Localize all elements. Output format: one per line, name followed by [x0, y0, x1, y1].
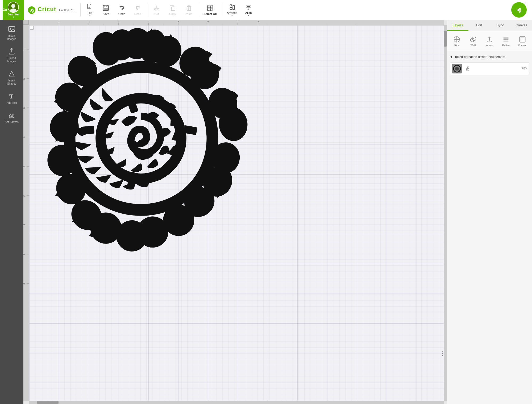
- user-profile-button[interactable]: Jennifer ▼: [3, 0, 24, 20]
- save-button[interactable]: Save: [98, 1, 114, 19]
- svg-text:2: 2: [23, 77, 25, 80]
- paste-label: Paste: [185, 12, 192, 15]
- ruler-top: 1 2 3 4 5 6 7 8: [29, 20, 444, 25]
- tab-canvas[interactable]: Canvas: [511, 20, 532, 31]
- svg-rect-139: [504, 38, 509, 39]
- svg-marker-37: [9, 71, 14, 76]
- arrange-button[interactable]: Arrange ▼: [224, 1, 240, 19]
- sidebar-item-add-text[interactable]: T Add Text: [1, 89, 22, 107]
- select-all-button[interactable]: Select All: [200, 1, 221, 19]
- panel-tabs: Layers Edit Sync Canvas: [447, 20, 532, 31]
- tab-layers[interactable]: Layers: [447, 20, 468, 31]
- cut-button[interactable]: Cut: [149, 1, 165, 19]
- tab-sync[interactable]: Sync: [490, 20, 511, 31]
- redo-button[interactable]: Redo: [130, 1, 146, 19]
- svg-rect-111: [81, 126, 94, 134]
- tool-flatten[interactable]: Flatten: [498, 34, 514, 48]
- file-button[interactable]: File ▼: [82, 1, 98, 19]
- sidebar-item-insert-images[interactable]: InsertImages: [1, 22, 22, 43]
- layer-item[interactable]: [450, 62, 529, 75]
- tool-slice[interactable]: Slice: [449, 34, 464, 48]
- user-dropdown-arrow: ▼: [12, 16, 14, 18]
- undo-icon: [118, 4, 126, 12]
- divider-3: [198, 3, 198, 17]
- svg-rect-34: [9, 27, 15, 32]
- svg-text:9: 9: [23, 282, 25, 285]
- svg-rect-5: [89, 6, 91, 6]
- svg-text:T: T: [9, 93, 14, 100]
- layer-group-header: ▼ rolled-carnation-flower-jenuinemom: [450, 54, 529, 60]
- svg-text:7: 7: [237, 20, 239, 23]
- file-icon: [86, 3, 94, 11]
- menu-dot-3: [442, 355, 443, 356]
- svg-rect-11: [104, 8, 108, 10]
- menu-dot-1: [442, 351, 443, 352]
- weld-icon: [469, 35, 477, 43]
- svg-point-35: [10, 28, 11, 29]
- svg-rect-22: [207, 5, 210, 8]
- sidebar-item-set-canvas[interactable]: Set Canvas: [1, 108, 22, 126]
- copy-label: Copy: [169, 12, 176, 15]
- canvas-area[interactable]: 1 2 3 4 5 6 7 8: [23, 20, 447, 404]
- cricut-brand: Cricut: [38, 6, 56, 13]
- svg-text:4: 4: [148, 20, 149, 23]
- insert-shapes-icon: [7, 69, 16, 78]
- svg-rect-32: [248, 9, 250, 9]
- svg-rect-6: [89, 6, 91, 7]
- arrange-label: Arrange: [227, 11, 237, 14]
- horizontal-scrollbar[interactable]: [29, 401, 444, 404]
- paste-button[interactable]: Paste: [181, 1, 197, 19]
- select-all-label: Select All: [203, 12, 217, 15]
- insert-images-label: InsertImages: [7, 34, 16, 41]
- save-icon: [102, 4, 110, 12]
- avatar: [8, 2, 19, 13]
- svg-rect-25: [210, 8, 213, 11]
- svg-text:1: 1: [59, 20, 60, 23]
- align-icon: [245, 3, 252, 11]
- go-label: Go: [517, 8, 521, 12]
- svg-text:3: 3: [118, 20, 119, 23]
- layers-content: ▼ rolled-carnation-flower-jenuinemom: [447, 51, 532, 404]
- svg-point-148: [524, 68, 525, 69]
- svg-rect-141: [504, 41, 509, 42]
- layer-accessibility-icon: [464, 65, 471, 72]
- svg-rect-30: [247, 6, 250, 7]
- save-label: Save: [102, 12, 109, 15]
- svg-point-1: [11, 4, 15, 8]
- copy-button[interactable]: Copy: [165, 1, 181, 19]
- menu-dot-2: [442, 353, 443, 354]
- layer-group-arrow[interactable]: ▼: [450, 55, 453, 59]
- flower-design[interactable]: [31, 27, 251, 255]
- cut-icon: [153, 4, 160, 12]
- user-name: Jennifer: [8, 13, 19, 16]
- scrollbar-thumb-v[interactable]: [444, 31, 447, 47]
- undo-button[interactable]: Undo: [114, 1, 130, 19]
- svg-text:6: 6: [23, 195, 25, 197]
- scrollbar-thumb-h[interactable]: [37, 401, 59, 404]
- contour-icon: [518, 35, 526, 43]
- layer-visibility-toggle[interactable]: [522, 65, 527, 72]
- tab-edit[interactable]: Edit: [468, 20, 490, 31]
- redo-label: Redo: [134, 12, 141, 15]
- go-button[interactable]: Go: [511, 2, 527, 18]
- sidebar-item-insert-shapes[interactable]: InsertShapes: [1, 67, 22, 88]
- svg-text:8: 8: [23, 253, 25, 256]
- tool-weld[interactable]: Weld: [466, 34, 481, 48]
- svg-rect-24: [207, 8, 210, 11]
- svg-rect-66: [23, 25, 29, 398]
- svg-text:4: 4: [23, 136, 25, 139]
- vertical-scrollbar[interactable]: [444, 25, 447, 401]
- weld-label: Weld: [471, 44, 476, 47]
- canvas-context-menu[interactable]: [442, 351, 443, 356]
- tool-contour[interactable]: Contour: [515, 34, 530, 48]
- insert-shapes-label: InsertShapes: [7, 79, 16, 85]
- align-button[interactable]: Align ▼: [240, 1, 256, 19]
- sidebar-item-upload-images[interactable]: UploadImages: [1, 44, 22, 66]
- contour-label: Contour: [518, 44, 527, 47]
- svg-rect-41: [23, 24, 29, 25]
- svg-text:8: 8: [257, 20, 259, 23]
- toolbar: Jennifer ▼ Cricut Untitled Pr... File ▼: [0, 0, 532, 20]
- design-canvas[interactable]: [29, 25, 444, 401]
- add-text-icon: T: [7, 92, 16, 100]
- tool-attach[interactable]: Attach: [482, 34, 497, 48]
